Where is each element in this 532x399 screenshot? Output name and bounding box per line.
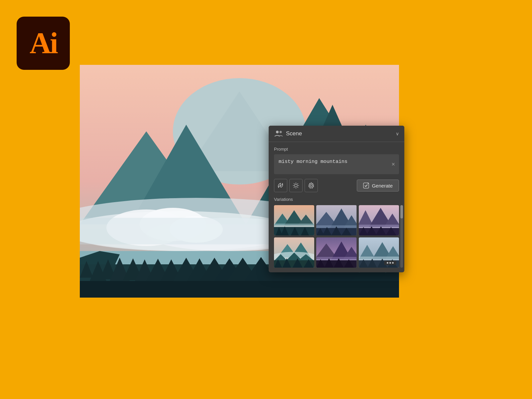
- scrollbar-thumb[interactable]: [400, 205, 403, 218]
- svg-point-40: [276, 131, 279, 133]
- svg-line-49: [297, 184, 298, 184]
- generate-button[interactable]: Generate: [357, 180, 399, 192]
- ai-panel: Scene ∨ Prompt misty morning mountains ×: [269, 126, 404, 272]
- variations-scrollbar[interactable]: [400, 205, 403, 268]
- variation-item-3[interactable]: [359, 205, 399, 235]
- variation-item-6[interactable]: [359, 237, 399, 268]
- lighting-tool-button[interactable]: [289, 179, 303, 192]
- panel-title: Scene: [286, 130, 302, 137]
- svg-point-51: [310, 185, 312, 187]
- svg-point-42: [295, 184, 297, 187]
- variations-label: Variations: [274, 197, 399, 202]
- toolbar: Generate: [274, 179, 399, 192]
- svg-rect-39: [80, 281, 399, 298]
- dot-1: [387, 262, 388, 264]
- variation-item-5[interactable]: [316, 237, 356, 268]
- prompt-input-wrapper[interactable]: misty morning mountains ×: [274, 154, 399, 174]
- panel-body: Prompt misty morning mountains ×: [269, 142, 404, 272]
- lighting-icon: [292, 182, 300, 189]
- ai-logo-text: Ai: [30, 28, 57, 58]
- panel-header: Scene ∨: [269, 126, 404, 142]
- style-icon: [277, 182, 284, 189]
- svg-line-50: [294, 187, 295, 188]
- clear-prompt-button[interactable]: ×: [391, 161, 395, 168]
- settings-tool-button[interactable]: [305, 179, 318, 192]
- prompt-text: misty morning mountains: [279, 159, 347, 165]
- variations-grid: [274, 205, 399, 268]
- variation-item-2[interactable]: [316, 205, 356, 235]
- style-tool-button[interactable]: [274, 179, 287, 192]
- chevron-down-icon[interactable]: ∨: [396, 131, 399, 136]
- generate-icon: [363, 183, 369, 189]
- svg-point-41: [280, 131, 282, 133]
- dot-3: [392, 262, 394, 264]
- prompt-label: Prompt: [274, 147, 399, 152]
- generate-label: Generate: [372, 183, 393, 189]
- scene-icon: [274, 130, 283, 137]
- svg-line-48: [297, 187, 298, 188]
- panel-header-left: Scene: [274, 130, 302, 137]
- dot-2: [389, 262, 391, 264]
- variation-options-dots[interactable]: [384, 261, 396, 265]
- settings-icon: [308, 182, 315, 189]
- svg-line-47: [294, 184, 295, 184]
- variation-item-4[interactable]: [274, 237, 314, 268]
- app-logo: Ai: [17, 17, 70, 70]
- variation-item-1[interactable]: [274, 205, 314, 235]
